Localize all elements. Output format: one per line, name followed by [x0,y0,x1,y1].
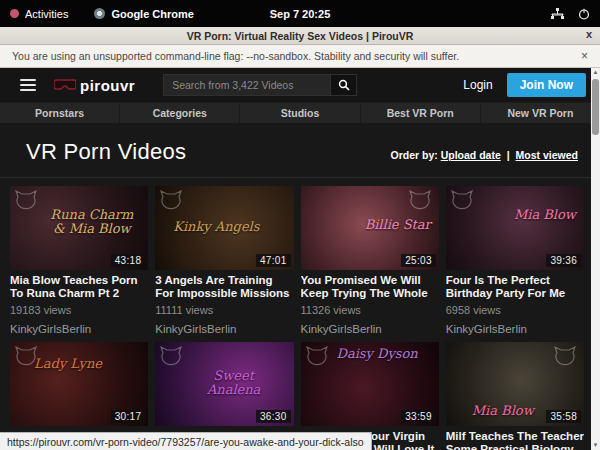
activities-label: Activities [25,8,68,20]
status-bar-url: https://pirouvr.com/vr-porn-video/779325… [0,432,372,450]
order-upload-date-link[interactable]: Upload date [441,149,501,161]
thumbnail-overlay-text: Kinky Angels [173,220,259,234]
duration-badge: 30:17 [111,410,146,423]
video-thumbnail[interactable]: Daisy Dyson 33:59 [301,342,439,426]
search-bar [163,74,357,96]
video-studio-link[interactable]: KinkyGirlsBerlin [155,323,293,335]
duration-badge: 43:18 [111,254,146,267]
site-logo-text: pirouvr [80,77,135,94]
clock[interactable]: Sep 7 20:25 [0,8,600,20]
window-title-bar[interactable]: VR Porn: Virtual Reality Sex Videos | Pi… [0,27,600,45]
window-title: VR Porn: Virtual Reality Sex Videos | Pi… [187,30,414,42]
thumbnail-overlay-text: Mia Blow [472,404,534,418]
focused-app-label[interactable]: Google Chrome [111,8,194,20]
nav-item-pornstars[interactable]: Pornstars [0,103,120,123]
video-thumbnail[interactable]: Kinky Angels 47:01 [155,186,293,270]
page-title: VR Porn Videos [26,139,186,165]
video-views: 11326 views [301,304,439,316]
video-card: Mia Blow 39:36 Four Is The Perfect Birth… [446,186,584,335]
studio-watermark-icon [15,190,37,210]
video-views: 6958 views [446,304,584,316]
thumbnail-overlay-text: Sweet Analena [185,369,282,397]
video-card: Mia Blow 35:58 Milf Teaches The Teacher … [446,342,584,450]
video-card: Kinky Angels 47:01 3 Angels Are Training… [155,186,293,335]
activities-indicator-icon [10,9,19,18]
video-thumbnail[interactable]: Billie Star 25:03 [301,186,439,270]
page-heading-row: VR Porn Videos Order by: Upload date | M… [0,123,600,178]
nav-item-categories[interactable]: Categories [120,103,240,123]
warning-message: You are using an unsupported command-lin… [12,50,459,62]
video-card: Billie Star 25:03 You Promised We Will K… [301,186,439,335]
order-most-viewed-link[interactable]: Most viewed [516,149,578,161]
chrome-warning-bar: You are using an unsupported command-lin… [0,45,600,68]
video-thumbnail[interactable]: Lady Lyne 30:17 [10,342,148,426]
video-studio-link[interactable]: KinkyGirlsBerlin [301,323,439,335]
activities-button[interactable]: Activities [10,8,68,20]
menu-icon[interactable] [20,79,36,91]
thumbnail-overlay-text: Billie Star [365,218,431,232]
video-studio-link[interactable]: KinkyGirlsBerlin [446,323,584,335]
video-card: Runa Charm & Mia Blow 43:18 Mia Blow Tea… [10,186,148,335]
video-thumbnail[interactable]: Runa Charm & Mia Blow 43:18 [10,186,148,270]
main-nav: Pornstars Categories Studios Best VR Por… [0,102,600,123]
studio-watermark-icon [451,190,473,210]
site-logo[interactable]: pirouvr [54,77,135,94]
screen: Activities Google Chrome Sep 7 20:25 VR … [0,0,600,450]
studio-watermark-icon [160,190,182,210]
thumbnail-overlay-text: Mia Blow [514,208,576,222]
vr-headset-icon [54,79,76,92]
studio-watermark-icon [160,346,182,366]
order-by: Order by: Upload date | Most viewed [390,149,578,161]
system-top-bar: Activities Google Chrome Sep 7 20:25 [0,0,600,27]
thumbnail-overlay-text: Daisy Dyson [337,347,418,361]
thumbnail-overlay-text: Runa Charm & Mia Blow [43,208,140,236]
nav-item-studios[interactable]: Studios [240,103,360,123]
duration-badge: 35:58 [546,410,581,423]
video-views: 19183 views [10,304,148,316]
video-thumbnail[interactable]: Mia Blow 35:58 [446,342,584,426]
nav-item-new-vr-porn[interactable]: New VR Porn [481,103,600,123]
duration-badge: 36:30 [256,410,291,423]
duration-badge: 39:36 [546,254,581,267]
browser-viewport: pirouvr Login Join Now Pornstars Categor… [0,68,600,450]
video-thumbnail[interactable]: Sweet Analena 36:30 [155,342,293,426]
search-input[interactable] [163,74,331,96]
video-title[interactable]: 3 Angels Are Training For Impossible Mis… [155,274,293,300]
nav-item-best-vr-porn[interactable]: Best VR Porn [361,103,481,123]
scroll-up-icon[interactable]: ▲ [593,68,599,77]
join-now-button[interactable]: Join Now [507,73,586,97]
order-separator: | [507,149,510,161]
video-title[interactable]: Mia Blow Teaches Porn To Runa Charm Pt 2 [10,274,148,300]
login-link[interactable]: Login [463,78,492,92]
vertical-scrollbar[interactable]: ▲ ▼ [591,68,600,450]
site-header: pirouvr Login Join Now [0,68,600,102]
warning-close-icon[interactable]: × [581,49,588,63]
video-title[interactable]: You Promised We Will Keep Trying The Who… [301,274,439,300]
scroll-down-icon[interactable]: ▼ [593,441,599,450]
duration-badge: 47:01 [256,254,291,267]
order-by-label: Order by: [390,149,437,161]
studio-watermark-icon [306,346,328,366]
thumbnail-overlay-text: Lady Lyne [34,357,102,371]
power-icon[interactable] [578,8,590,20]
video-thumbnail[interactable]: Mia Blow 39:36 [446,186,584,270]
video-title[interactable]: Milf Teaches The Teacher Some Practical … [446,430,584,450]
studio-watermark-icon [409,190,431,210]
video-grid: Runa Charm & Mia Blow 43:18 Mia Blow Tea… [0,178,600,450]
chrome-icon [94,8,105,19]
video-studio-link[interactable]: KinkyGirlsBerlin [10,323,148,335]
video-views: 11111 views [155,304,293,316]
studio-watermark-icon [554,346,576,366]
duration-badge: 33:59 [401,410,436,423]
network-icon[interactable] [551,8,564,20]
duration-badge: 25:03 [401,254,436,267]
scrollbar-thumb[interactable] [592,79,599,135]
search-button[interactable] [331,74,357,96]
video-title[interactable]: Four Is The Perfect Birthday Party For M… [446,274,584,300]
search-icon [338,79,350,91]
window-close-icon[interactable]: x [586,28,592,40]
